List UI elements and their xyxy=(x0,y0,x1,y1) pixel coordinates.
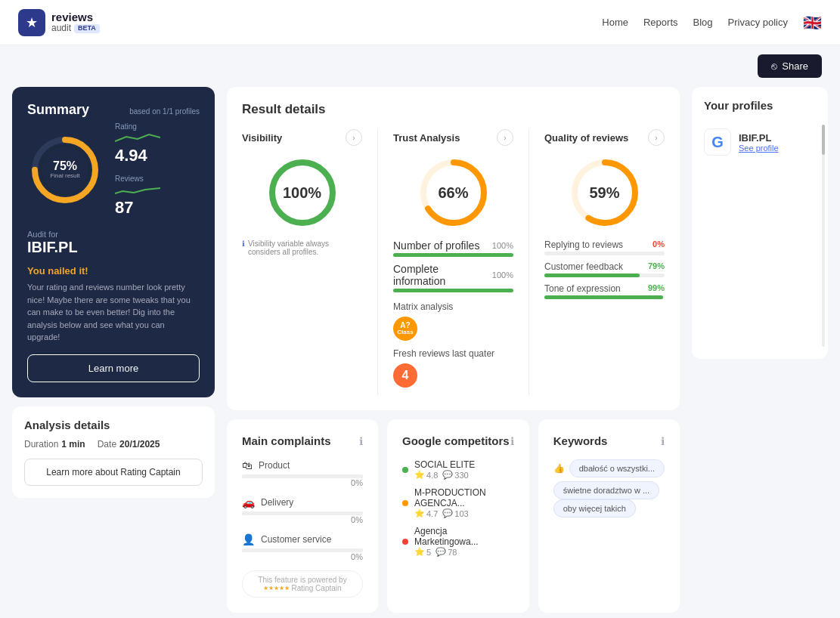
trust-item-info: Complete information 100% xyxy=(393,263,513,292)
duration-meta: Duration 1 min xyxy=(24,439,85,450)
competitor-dot-1 xyxy=(402,500,408,506)
keyword-item-0: 👍 dbałość o wszystki... xyxy=(553,459,665,477)
right-column: Your profiles G IBIF.PL See profile xyxy=(692,87,828,613)
profiles-card: Your profiles G IBIF.PL See profile xyxy=(692,87,828,359)
complaints-info-icon[interactable]: ℹ xyxy=(359,435,363,447)
nav-privacy[interactable]: Privacy policy xyxy=(728,17,788,28)
profiles-title: Your profiles xyxy=(704,99,816,112)
powered-text: This feature is powered by xyxy=(253,576,352,584)
quality-item-reply: Replying to reviews 0% xyxy=(544,239,665,255)
delivery-label: Delivery xyxy=(261,497,363,508)
keyword-item-2: oby więcej takich xyxy=(553,502,665,514)
scrollbar-track[interactable] xyxy=(822,125,825,347)
share-icon: ⎋ xyxy=(771,60,777,72)
profile-name: IBIF.PL xyxy=(739,132,779,144)
summary-title: Summary xyxy=(27,102,89,118)
visibility-value: 100% xyxy=(283,184,321,202)
quality-metric: 59% xyxy=(544,155,665,230)
competitor-dot-0 xyxy=(402,467,408,473)
competitor-item-0: SOCIAL ELITE ⭐ 4.8 💬 330 xyxy=(402,459,505,480)
quality-circle: 59% xyxy=(567,155,643,230)
summary-card: Summary based on 1/1 profiles 75% Final … xyxy=(12,87,215,397)
beta-badge: BETA xyxy=(74,24,100,33)
complaints-title: Main complaints xyxy=(242,434,331,447)
nav-home[interactable]: Home xyxy=(602,17,628,28)
competitors-info-icon[interactable]: ℹ xyxy=(510,435,514,447)
see-profile-link[interactable]: See profile xyxy=(739,144,779,153)
logo-text: reviews audit BETA xyxy=(51,11,100,34)
summary-based: based on 1/1 profiles xyxy=(129,107,200,116)
trust-nav-arrow[interactable]: › xyxy=(497,129,513,146)
profiles-card-wrap: Your profiles G IBIF.PL See profile xyxy=(692,87,828,359)
quality-item-feedback: Customer feedback 79% xyxy=(544,261,665,277)
quality-title: Quality of reviews › xyxy=(544,129,665,146)
learn-more-captain-button[interactable]: Learn more about Rating Captain xyxy=(24,459,203,486)
thumb-icon-0: 👍 xyxy=(553,463,565,474)
keywords-title: Keywords xyxy=(553,434,608,447)
trust-item-profiles: Number of profiles 100% xyxy=(393,239,513,257)
matrix-section: Matrix analysis A? Class Fresh reviews l… xyxy=(393,301,513,388)
comp0-rating: ⭐ 4.8 xyxy=(414,470,438,480)
donut-percent: 75% xyxy=(50,160,79,172)
nailed-desc: Your rating and reviews number look pret… xyxy=(27,281,200,344)
nav-reports[interactable]: Reports xyxy=(643,17,678,28)
nav-blog[interactable]: Blog xyxy=(693,17,713,28)
complaints-card: Main complaints ℹ 🛍 Product 0% 🚗 xyxy=(227,419,378,613)
competitor-list: SOCIAL ELITE ⭐ 4.8 💬 330 M-PRODUCTION AG… xyxy=(402,459,505,558)
visibility-nav-arrow[interactable]: › xyxy=(346,129,362,146)
logo-name: reviews xyxy=(51,11,100,24)
competitors-title: Google competitors xyxy=(402,434,510,447)
profile-item-0: G IBIF.PL See profile xyxy=(704,121,816,163)
trust-value: 66% xyxy=(438,184,468,202)
reviews-metric: Reviews 87 xyxy=(115,175,160,218)
main-content: Summary based on 1/1 profiles 75% Final … xyxy=(0,87,840,618)
logo: ★ reviews audit BETA xyxy=(18,9,100,36)
rating-reviews: Rating 4.94 Reviews 87 xyxy=(115,122,160,218)
quality-section: Quality of reviews › 59% xyxy=(544,129,665,395)
analysis-card: Analysis details Duration 1 min Date 20/… xyxy=(12,406,215,498)
competitor-item-1: M-PRODUCTION AGENCJA... ⭐ 4.7 💬 103 xyxy=(402,487,505,518)
visibility-section: Visibility › 100% ℹ xyxy=(242,129,378,395)
competitors-title-row: Google competitors ℹ xyxy=(402,434,514,447)
fresh-row: 4 xyxy=(393,363,513,388)
header: ★ reviews audit BETA Home Reports Blog P… xyxy=(0,0,840,45)
keyword-item-1: świetne doradztwo w ... xyxy=(553,484,665,496)
result-details-card: Result details Visibility › xyxy=(227,87,680,410)
competitor-name-1: M-PRODUCTION AGENCJA... xyxy=(414,487,505,508)
keywords-info-icon[interactable]: ℹ xyxy=(661,435,665,447)
subheader: ⎋ Share xyxy=(0,45,840,87)
comp0-reviews: 💬 330 xyxy=(442,470,468,480)
complaint-item-delivery: 🚗 Delivery 0% xyxy=(242,496,363,524)
keyword-chip-0: dbałość o wszystki... xyxy=(569,459,665,477)
fresh-label: Fresh reviews last quater xyxy=(393,348,513,359)
stars-icon: ★★★★★ xyxy=(263,585,290,592)
scrollbar-thumb[interactable] xyxy=(822,125,825,155)
analysis-meta: Duration 1 min Date 20/1/2025 xyxy=(24,439,203,450)
keywords-card: Keywords ℹ 👍 dbałość o wszystki... świet… xyxy=(538,419,680,613)
quality-item-tone: Tone of expression 99% xyxy=(544,283,665,299)
product-label: Product xyxy=(259,460,363,471)
competitor-stats-2: ⭐ 5 💬 78 xyxy=(414,547,505,557)
donut-chart: 75% Final result xyxy=(27,132,103,208)
fresh-badge: 4 xyxy=(393,363,417,388)
language-flag[interactable]: 🇬🇧 xyxy=(803,14,822,32)
quality-nav-arrow[interactable]: › xyxy=(648,129,665,146)
learn-more-button[interactable]: Learn more xyxy=(27,354,200,382)
service-icon: 👤 xyxy=(242,533,255,545)
visibility-circle: 100% xyxy=(265,155,340,230)
comp2-reviews: 💬 78 xyxy=(435,547,457,557)
keyword-chip-2: oby więcej takich xyxy=(553,499,636,518)
competitor-name-2: Agencja Marketingowa... xyxy=(414,526,505,547)
share-button[interactable]: ⎋ Share xyxy=(758,54,822,78)
trust-circle: 66% xyxy=(416,155,491,230)
logo-subtitle: audit BETA xyxy=(51,23,100,33)
result-grid: Visibility › 100% ℹ xyxy=(242,129,665,395)
nailed-it-text: You nailed it! xyxy=(27,265,200,277)
keywords-title-row: Keywords ℹ xyxy=(553,434,665,447)
trust-metric: 66% xyxy=(393,155,513,230)
keyword-chip-1: świetne doradztwo w ... xyxy=(553,481,659,499)
competitor-item-2: Agencja Marketingowa... ⭐ 5 💬 78 xyxy=(402,526,505,557)
audit-name: IBIF.PL xyxy=(27,239,200,256)
trust-section: Trust Analysis › 66% xyxy=(393,129,529,395)
result-details-title: Result details xyxy=(242,102,665,117)
